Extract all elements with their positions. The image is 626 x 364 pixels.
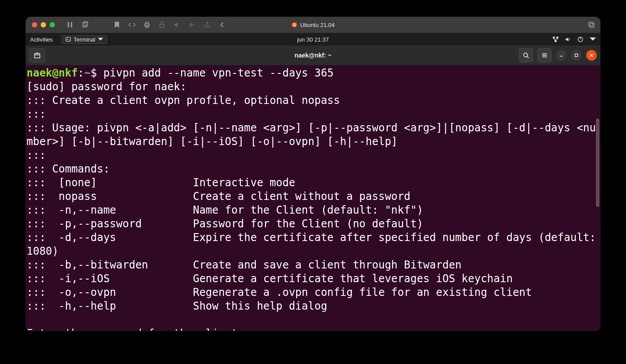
scrollbar[interactable]	[596, 119, 599, 207]
window-maximize-button[interactable]	[571, 50, 582, 61]
network-icon	[553, 36, 559, 42]
mac-toolbar	[66, 21, 226, 28]
system-tray[interactable]	[553, 36, 596, 42]
power-icon	[577, 36, 583, 42]
prompt-dollar: $	[91, 67, 104, 79]
svg-point-8	[292, 22, 297, 27]
prompt-at: @	[52, 67, 58, 79]
gnome-header: naek@nkf: ~	[26, 46, 600, 65]
ubuntu-icon	[291, 22, 298, 28]
volume-icon	[565, 36, 571, 42]
terminal-output[interactable]: naek@nkf:~$ pivpn add --name vpn-test --…	[26, 65, 600, 331]
mac-title-text: Ubuntu 21.04	[300, 22, 335, 28]
window-close-button[interactable]	[586, 50, 597, 61]
search-button[interactable]	[519, 48, 533, 62]
svg-rect-1	[71, 22, 72, 27]
terminal-body: [sudo] password for naek: ::: Create a c…	[27, 80, 600, 331]
expand-icon	[588, 21, 595, 28]
fullscreen-button[interactable]	[50, 22, 55, 27]
svg-rect-5	[146, 22, 148, 24]
mac-titlebar: Ubuntu 21.04	[26, 17, 600, 33]
svg-line-23	[527, 57, 529, 58]
svg-rect-6	[146, 26, 148, 27]
window-controls	[519, 48, 597, 62]
minimize-icon	[559, 53, 564, 57]
traffic-lights	[32, 22, 55, 27]
prompt-colon: :	[78, 67, 84, 79]
svg-rect-10	[589, 22, 593, 26]
minimize-button[interactable]	[41, 22, 46, 27]
close-button[interactable]	[32, 22, 37, 27]
gnome-topbar: Activities Terminal jun 30 21:37	[26, 33, 600, 46]
svg-rect-28	[575, 54, 578, 57]
back-icon[interactable]	[189, 21, 196, 28]
print-icon[interactable]	[143, 21, 151, 28]
svg-point-9	[293, 23, 295, 26]
prompt-path: ~	[84, 67, 90, 79]
hamburger-icon	[541, 52, 548, 58]
window: Ubuntu 21.04 Activities Terminal jun 30 …	[26, 17, 600, 331]
prompt-host: nkf	[58, 67, 77, 79]
command-text: pivpn add --name vpn-test --days 365	[103, 67, 333, 79]
svg-rect-15	[555, 40, 556, 42]
svg-rect-0	[68, 22, 69, 27]
clock[interactable]: jun 30 21:37	[26, 36, 600, 43]
chevron-left-icon[interactable]	[219, 21, 226, 28]
sound-icon[interactable]	[174, 21, 181, 28]
window-title: naek@nkf: ~	[26, 52, 600, 59]
svg-rect-7	[160, 24, 164, 27]
bookmark-icon[interactable]	[113, 21, 120, 28]
lock-icon[interactable]	[158, 21, 166, 28]
prompt-user: naek	[27, 67, 52, 79]
chevron-down-icon	[590, 36, 596, 42]
svg-point-22	[524, 53, 528, 57]
pause-icon[interactable]	[66, 21, 73, 28]
maximize-icon	[574, 53, 579, 57]
clipboard-icon[interactable]	[81, 21, 89, 28]
svg-rect-14	[556, 37, 558, 38]
close-icon	[589, 53, 594, 57]
share-icon[interactable]	[204, 21, 211, 28]
svg-rect-11	[590, 23, 594, 27]
window-minimize-button[interactable]	[556, 50, 567, 61]
mac-titlebar-right[interactable]	[588, 21, 595, 28]
hamburger-button[interactable]	[537, 48, 552, 62]
svg-rect-13	[553, 37, 555, 38]
search-icon	[523, 52, 529, 58]
code-icon[interactable]	[128, 21, 135, 28]
